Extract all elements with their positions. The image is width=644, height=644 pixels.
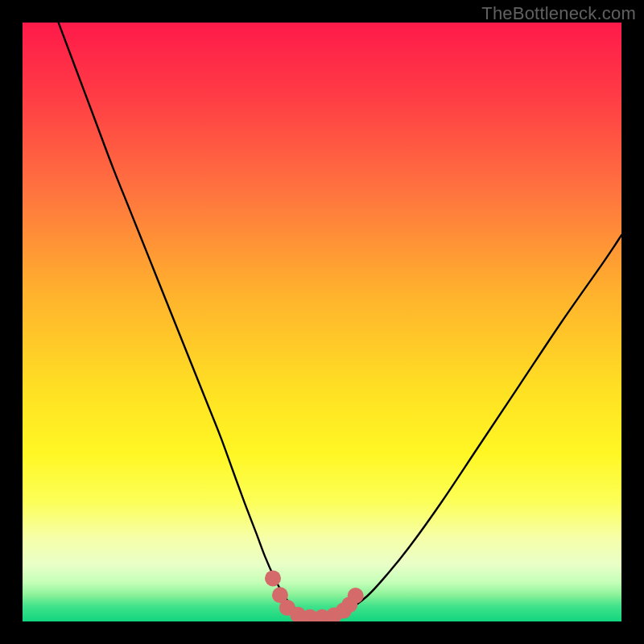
- curve-layer: [23, 23, 621, 621]
- watermark-text: TheBottleneck.com: [481, 3, 636, 24]
- plot-area: [23, 23, 621, 621]
- cluster-marker: [265, 570, 281, 586]
- bottleneck-curve: [59, 23, 621, 618]
- bottom-cluster-markers: [265, 570, 364, 621]
- cluster-marker: [348, 588, 364, 604]
- chart-frame: TheBottleneck.com: [0, 0, 644, 644]
